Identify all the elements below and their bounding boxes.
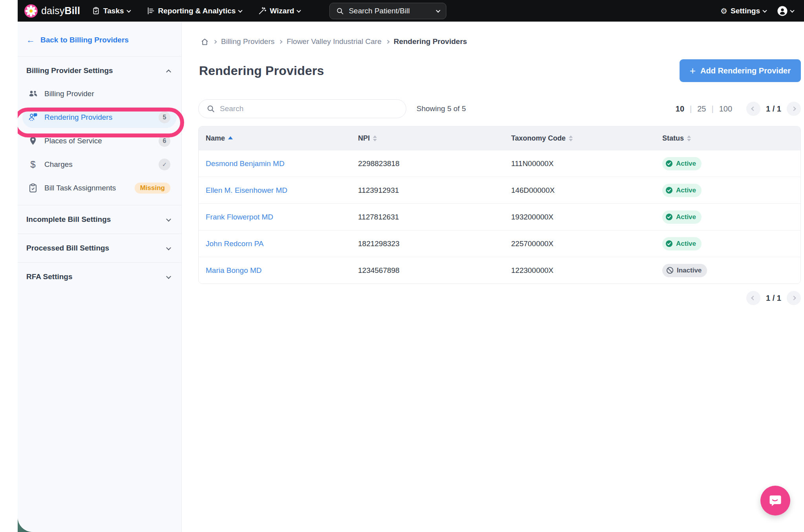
brand-logo-group[interactable]: daisyBill xyxy=(24,4,80,18)
missing-badge: Missing xyxy=(135,183,170,194)
chat-launcher-button[interactable] xyxy=(760,486,790,516)
chevron-down-icon xyxy=(238,8,243,12)
taxonomy-cell: 193200000X xyxy=(511,213,662,221)
sidebar-item-charges[interactable]: $ Charges ✓ xyxy=(22,154,177,175)
chevron-left-icon xyxy=(751,106,755,111)
status-label: Active xyxy=(676,213,696,221)
provider-name-link[interactable]: John Redcorn PA xyxy=(206,239,264,248)
screen: daisyBill Tasks xyxy=(0,0,804,532)
chevron-down-icon xyxy=(166,245,171,250)
sidebar-item-billing-provider[interactable]: Billing Provider xyxy=(22,83,177,104)
search-input[interactable] xyxy=(220,104,398,113)
status-badge: Active xyxy=(662,237,702,250)
next-page-button[interactable] xyxy=(787,291,801,305)
chevron-left-icon xyxy=(751,296,755,300)
column-label: Status xyxy=(662,134,684,143)
sidebar-item-label: Bill Task Assignments xyxy=(44,184,129,192)
sidebar-item-bill-task-assignments[interactable]: Bill Task Assignments Missing xyxy=(22,177,177,199)
nav-settings-label: Settings xyxy=(731,7,760,15)
sidebar-item-label: Billing Provider xyxy=(44,90,170,98)
search-icon xyxy=(206,104,215,113)
table-row: Ellen M. Eisenhower MD 1123912931 146D00… xyxy=(199,177,800,203)
status-badge: Active xyxy=(662,157,702,170)
brand-wordmark: daisyBill xyxy=(41,5,80,16)
table-controls: Showing 5 of 5 10 | 25 | 100 1 / 1 xyxy=(198,99,801,118)
sort-asc-icon xyxy=(228,136,233,139)
clipboard-check-icon xyxy=(27,183,39,193)
next-page-button[interactable] xyxy=(787,102,801,116)
main-nav: Tasks Reporting & Analytics xyxy=(92,7,300,15)
nav-wizard[interactable]: Wizard xyxy=(258,7,300,15)
status-label: Active xyxy=(676,160,696,168)
sort-icon xyxy=(687,135,691,141)
global-search-label: Search Patient/Bill xyxy=(349,7,432,15)
people-icon xyxy=(27,89,39,99)
nav-tasks-label: Tasks xyxy=(103,7,124,15)
count-badge: 6 xyxy=(159,135,170,147)
status-badge: Inactive xyxy=(662,264,707,277)
npi-cell: 1821298323 xyxy=(358,239,511,248)
table-row: Desmond Benjamin MD 2298823818 111N00000… xyxy=(199,150,800,177)
top-navbar: daisyBill Tasks xyxy=(18,0,804,22)
table-row: Maria Bongo MD 1234567898 122300000X Ina… xyxy=(199,257,800,283)
status-badge: Active xyxy=(662,210,702,224)
section-label: Incomplete Bill Settings xyxy=(26,215,111,224)
provider-name-link[interactable]: Frank Flowerpot MD xyxy=(206,213,273,221)
column-header-taxonomy[interactable]: Taxonomy Code xyxy=(511,134,662,143)
provider-name-link[interactable]: Ellen M. Eisenhower MD xyxy=(206,186,287,194)
nav-wizard-label: Wizard xyxy=(270,7,294,15)
section-incomplete-bill-settings[interactable]: Incomplete Bill Settings xyxy=(18,205,181,234)
add-button-label: Add Rendering Provider xyxy=(700,66,791,75)
back-to-billing-providers-link[interactable]: ← Back to Billing Providers xyxy=(18,33,181,48)
status-badge: Active xyxy=(662,184,702,197)
count-badge: 5 xyxy=(159,112,170,123)
sidebar-items: Billing Provider Renderi xyxy=(18,82,181,203)
table-row: Frank Flowerpot MD 1127812631 193200000X… xyxy=(199,203,800,230)
prev-page-button[interactable] xyxy=(746,291,760,305)
taxonomy-cell: 122300000X xyxy=(511,266,662,275)
chevron-down-icon xyxy=(166,216,171,221)
breadcrumb-flower-valley[interactable]: Flower Valley Industrial Care xyxy=(287,37,381,46)
nav-reporting[interactable]: Reporting & Analytics xyxy=(147,7,242,15)
account-menu[interactable] xyxy=(777,6,794,16)
chevron-down-icon xyxy=(126,8,131,12)
page-size-25[interactable]: 25 xyxy=(697,104,706,113)
clipboard-icon xyxy=(92,7,100,15)
section-billing-provider-settings[interactable]: Billing Provider Settings xyxy=(18,59,181,82)
check-circle-icon xyxy=(665,213,673,221)
table-search[interactable] xyxy=(198,99,406,118)
nav-tasks[interactable]: Tasks xyxy=(92,7,130,15)
page-title: Rendering Providers xyxy=(199,64,324,78)
global-search[interactable]: Search Patient/Bill xyxy=(329,3,446,19)
column-header-npi[interactable]: NPI xyxy=(358,134,511,143)
section-rfa-settings[interactable]: RFA Settings xyxy=(18,263,181,291)
home-icon[interactable] xyxy=(201,38,209,46)
gear-icon: ⚙ xyxy=(720,7,727,15)
section-processed-bill-settings[interactable]: Processed Bill Settings xyxy=(18,234,181,262)
page-size-10[interactable]: 10 xyxy=(676,104,684,113)
table-header: Name NPI Taxonomy Code Status xyxy=(199,126,800,150)
prev-page-button[interactable] xyxy=(746,102,760,116)
status-label: Inactive xyxy=(677,267,702,274)
column-header-name[interactable]: Name xyxy=(206,134,358,143)
plus-icon: + xyxy=(690,66,696,76)
sidebar-item-rendering-providers[interactable]: Rendering Providers 5 xyxy=(22,107,177,128)
chevron-down-icon xyxy=(762,8,767,12)
chevron-right-icon xyxy=(213,40,217,44)
npi-cell: 1123912931 xyxy=(358,186,511,195)
add-rendering-provider-button[interactable]: + Add Rendering Provider xyxy=(680,59,801,82)
breadcrumb: Billing Providers Flower Valley Industri… xyxy=(198,37,801,46)
npi-cell: 1234567898 xyxy=(358,266,511,275)
sidebar-item-places-of-service[interactable]: Places of Service 6 xyxy=(22,130,177,152)
daisy-logo-icon xyxy=(24,4,38,18)
doctor-chat-icon xyxy=(27,112,39,122)
chevron-down-icon[interactable] xyxy=(436,8,440,12)
page-size-100[interactable]: 100 xyxy=(719,104,732,113)
provider-name-link[interactable]: Maria Bongo MD xyxy=(206,266,262,274)
nav-settings[interactable]: ⚙ Settings xyxy=(720,7,766,15)
sidebar-item-label: Charges xyxy=(44,160,153,169)
provider-name-link[interactable]: Desmond Benjamin MD xyxy=(206,159,285,168)
breadcrumb-billing-providers[interactable]: Billing Providers xyxy=(221,37,274,46)
column-header-status[interactable]: Status xyxy=(662,134,800,143)
taxonomy-cell: 146D00000X xyxy=(511,186,662,195)
